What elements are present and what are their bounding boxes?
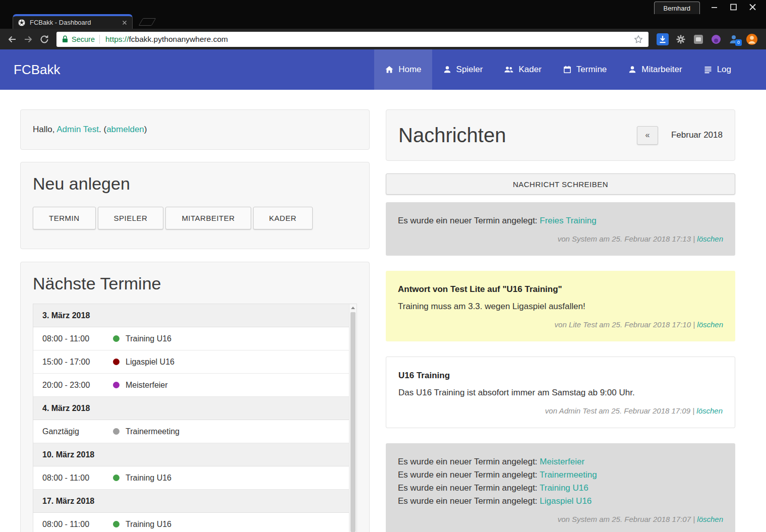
forward-icon: [23, 34, 34, 45]
event-color-dot: [113, 382, 120, 388]
tab-close-icon[interactable]: [122, 20, 128, 26]
event-color-dot: [113, 359, 120, 365]
message-footer: von Lite Test am 25. Februar 2018 17:10 …: [398, 320, 723, 329]
address-bar[interactable]: Secure https://fcbakk.pythonanywhere.com: [56, 32, 649, 47]
bookmark-star-icon[interactable]: [633, 34, 643, 44]
user-link[interactable]: Admin Test: [56, 125, 99, 134]
extension-download-button[interactable]: [657, 33, 669, 45]
app-brand[interactable]: FCBakk: [14, 62, 60, 78]
extension-area: 0: [653, 33, 762, 45]
termine-scrollbar[interactable]: [349, 304, 357, 532]
page-content: Hallo, Admin Test. (abmelden) Neu anlege…: [0, 90, 766, 532]
nav-item-mitarbeiter[interactable]: Mitarbeiter: [617, 49, 692, 90]
greeting-text: Hallo,: [33, 125, 56, 134]
message-meta: von System am 25. Februar 2018 17:07: [558, 515, 691, 523]
delete-link[interactable]: löschen: [697, 320, 723, 329]
termine-event-row[interactable]: 15:00 - 17:00Ligaspiel U16: [33, 350, 357, 374]
event-time: 08:00 - 11:00: [42, 474, 113, 483]
tab-strip: FCBakk - Dashboard: [0, 14, 766, 29]
download-icon: [657, 33, 669, 45]
profile-avatar-button[interactable]: [746, 33, 758, 45]
url-text: https://fcbakk.pythonanywhere.com: [105, 35, 228, 44]
message-line: Es wurde ein neuer Termin angelegt: Trai…: [398, 482, 723, 495]
create-termin-button[interactable]: TERMIN: [33, 207, 96, 229]
greeting-card: Hallo, Admin Test. (abmelden): [20, 109, 370, 150]
event-time: 08:00 - 11:00: [42, 334, 113, 343]
message-text: Es wurde ein neuer Termin angelegt:: [398, 216, 540, 225]
nav-item-label: Home: [398, 65, 421, 75]
message-link[interactable]: Freies Training: [540, 216, 596, 225]
nav-item-label: Log: [717, 65, 731, 75]
browser-toolbar: Secure https://fcbakk.pythonanywhere.com…: [0, 29, 766, 49]
message-link[interactable]: Ligaspiel U16: [540, 496, 592, 506]
list-icon: [703, 65, 713, 74]
message-link[interactable]: Meisterfeier: [540, 457, 584, 466]
extension-settings-button[interactable]: [675, 34, 686, 45]
nav-item-spieler[interactable]: Spieler: [432, 49, 494, 90]
scroll-up-icon[interactable]: [349, 304, 357, 312]
termine-date-header: 10. März 2018: [33, 443, 357, 466]
footer-separator: |: [690, 406, 696, 415]
close-button[interactable]: [743, 0, 762, 14]
nachrichten-title: Nachrichten: [398, 123, 637, 147]
browser-profile-button[interactable]: Bernhard: [654, 2, 700, 14]
prev-month-button[interactable]: «: [637, 126, 658, 145]
browser-tab[interactable]: FCBakk - Dashboard: [13, 14, 133, 29]
termine-event-row[interactable]: 20:00 - 23:00Meisterfeier: [33, 374, 357, 397]
create-mitarbeiter-button[interactable]: MITARBEITER: [165, 207, 251, 229]
message-line: Es wurde ein neuer Termin angelegt: Frei…: [398, 214, 723, 227]
termine-event-row[interactable]: GanztägigTrainermeeting: [33, 420, 357, 443]
group-icon: [504, 65, 514, 74]
delete-link[interactable]: löschen: [697, 515, 723, 523]
extension-purple-button[interactable]: [711, 34, 722, 45]
maximize-button[interactable]: [724, 0, 743, 14]
message-meta: von Lite Test am 25. Februar 2018 17:10: [555, 320, 691, 329]
neu-anlegen-title: Neu anlegen: [33, 173, 357, 194]
message-card: Es wurde ein neuer Termin angelegt: Meis…: [386, 443, 735, 532]
termine-card: Nächste Termine 3. März 201808:00 - 11:0…: [20, 262, 370, 532]
create-spieler-button[interactable]: SPIELER: [98, 207, 164, 229]
create-kader-button[interactable]: KADER: [253, 207, 313, 229]
termine-list: 3. März 201808:00 - 11:00Training U1615:…: [33, 304, 357, 532]
termine-event-row[interactable]: 08:00 - 11:00Training U16: [33, 327, 357, 350]
event-label: Ligaspiel U16: [126, 358, 174, 367]
delete-link[interactable]: löschen: [696, 406, 723, 415]
nav-item-home[interactable]: Home: [374, 49, 432, 90]
extension-box-button[interactable]: [693, 34, 704, 45]
grey-box-icon: [693, 34, 704, 45]
delete-link[interactable]: löschen: [697, 234, 723, 243]
event-time: 15:00 - 17:00: [42, 358, 113, 367]
nav-item-termine[interactable]: Termine: [552, 49, 617, 90]
message-link[interactable]: Trainermeeting: [540, 470, 597, 480]
message-text: Es wurde ein neuer Termin angelegt:: [398, 496, 540, 506]
padlock-icon: [62, 35, 69, 43]
message-line: Es wurde ein neuer Termin angelegt: Meis…: [398, 455, 723, 468]
new-tab-button[interactable]: [139, 18, 156, 26]
message-text: Es wurde ein neuer Termin angelegt:: [398, 483, 540, 493]
maximize-icon: [726, 0, 741, 14]
minimize-button[interactable]: [704, 0, 724, 14]
write-message-button[interactable]: NACHRICHT SCHREIBEN: [386, 173, 735, 195]
event-label: Meisterfeier: [126, 381, 168, 390]
url-scheme: https://: [105, 35, 129, 43]
extension-person-button[interactable]: 0: [728, 34, 739, 45]
nav-item-label: Kader: [518, 65, 541, 75]
nav-item-kader[interactable]: Kader: [493, 49, 552, 90]
security-label: Secure: [72, 35, 95, 43]
refresh-icon: [39, 34, 49, 44]
message-meta: von Admin Test am 25. Februar 2018 17:09: [545, 406, 690, 415]
termine-event-row[interactable]: 08:00 - 11:00Training U16: [33, 513, 357, 532]
nav-item-log[interactable]: Log: [693, 49, 742, 90]
message-link[interactable]: Training U16: [540, 483, 588, 493]
tab-title: FCBakk - Dashboard: [30, 19, 117, 26]
refresh-button[interactable]: [36, 31, 52, 47]
forward-button[interactable]: [20, 31, 36, 47]
message-line: Es wurde ein neuer Termin angelegt: Trai…: [398, 468, 723, 482]
nav-item-label: Termine: [576, 65, 607, 75]
avatar-icon: [746, 33, 758, 45]
nav-items: HomeSpielerKaderTermineMitarbeiterLog: [374, 49, 766, 90]
termine-event-row[interactable]: 08:00 - 11:00Training U16: [33, 466, 357, 490]
scrollbar-thumb[interactable]: [350, 312, 356, 532]
back-button[interactable]: [4, 31, 20, 47]
logout-link[interactable]: abmelden: [106, 125, 144, 134]
